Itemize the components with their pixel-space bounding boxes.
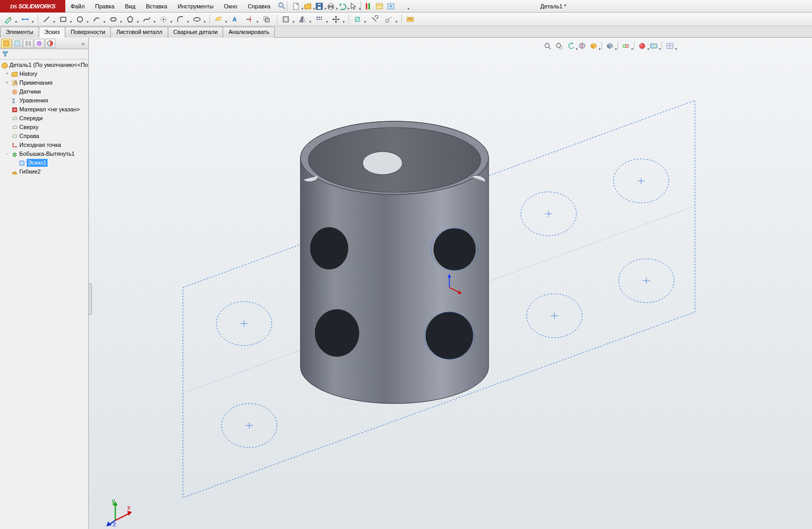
menu-edit[interactable]: Правка	[90, 1, 120, 12]
svg-point-119	[426, 312, 473, 359]
text-button[interactable]: A	[229, 14, 241, 25]
select-button[interactable]	[348, 1, 359, 12]
line-button[interactable]	[40, 14, 53, 25]
svg-text:Σ: Σ	[12, 98, 16, 104]
menu-window[interactable]: Окно	[219, 1, 243, 12]
sketch-icon	[18, 159, 26, 167]
svg-rect-36	[284, 18, 287, 21]
spline-button[interactable]	[141, 14, 153, 25]
menu-tools[interactable]: Инструменты	[172, 1, 219, 12]
tree-item-right-plane[interactable]: Справа	[0, 132, 88, 141]
undo-button[interactable]	[337, 1, 348, 12]
tab-surfaces[interactable]: Поверхности	[65, 27, 111, 38]
svg-rect-76	[13, 173, 17, 174]
configuration-manager-tab[interactable]	[23, 39, 33, 48]
tree-item-material[interactable]: Материал <не указан>	[0, 105, 88, 114]
ellipse-button[interactable]	[191, 14, 203, 25]
offset-entities-button[interactable]	[280, 14, 292, 25]
rebuild-button[interactable]	[362, 1, 374, 12]
dimxpert-tab[interactable]	[34, 39, 44, 48]
tree-item-annotations[interactable]: +AПримечания	[0, 78, 88, 87]
tab-weldments[interactable]: Сварные детали	[168, 27, 224, 38]
property-manager-tab[interactable]	[12, 39, 22, 48]
separator	[210, 14, 210, 25]
svg-point-44	[319, 18, 320, 20]
tree-item-history[interactable]: +History	[0, 70, 88, 78]
orientation-triad[interactable]: y x z	[105, 498, 130, 523]
origin-icon	[11, 142, 18, 149]
note-icon: A	[11, 79, 18, 87]
plane-icon	[11, 115, 18, 122]
print-button[interactable]	[325, 1, 337, 12]
tree-item-flex[interactable]: Гибкие2	[0, 167, 88, 176]
move-entities-button[interactable]	[330, 14, 342, 25]
svg-point-116	[434, 228, 475, 270]
more-button[interactable]	[397, 1, 408, 12]
tree-item-sensors[interactable]: Датчики	[0, 87, 88, 96]
tab-elements[interactable]: Элементы	[0, 27, 39, 38]
svg-rect-8	[329, 4, 332, 6]
svg-marker-20	[27, 18, 29, 20]
linear-pattern-button[interactable]	[313, 14, 326, 25]
open-document-button[interactable]	[302, 1, 314, 12]
menu-view[interactable]: Вид	[120, 1, 141, 12]
tree-item-sketch1[interactable]: Эскиз1	[0, 158, 88, 167]
plane-button[interactable]	[212, 14, 225, 25]
svg-point-23	[77, 17, 83, 22]
convert-entities-button[interactable]	[260, 14, 273, 25]
sketch-button[interactable]	[2, 14, 15, 25]
tab-sketch[interactable]: Эскиз	[39, 27, 65, 38]
svg-marker-74	[16, 146, 18, 147]
tree-item-front-plane[interactable]: Спереди	[0, 114, 88, 123]
filter-icon[interactable]	[2, 51, 8, 58]
svg-point-115	[310, 227, 348, 269]
tree-item-extrude[interactable]: -Бобышка-Вытянуть1	[0, 150, 88, 158]
expand-panel-button[interactable]: »	[79, 40, 87, 47]
svg-point-26	[163, 18, 165, 20]
rapid-sketch-button[interactable]	[404, 14, 416, 25]
circle-button[interactable]	[74, 14, 86, 25]
menu-insert[interactable]: Вставка	[141, 1, 172, 12]
tree-item-origin[interactable]: Исходная точка	[0, 141, 88, 150]
settings-button[interactable]	[385, 1, 397, 12]
menu-help[interactable]: Справка	[242, 1, 275, 12]
search-icon[interactable]	[277, 2, 286, 11]
feature-manager-tab[interactable]	[1, 39, 11, 48]
new-document-button[interactable]	[291, 1, 302, 12]
slot-button[interactable]	[107, 14, 120, 25]
plane-icon	[11, 133, 18, 140]
svg-point-114	[363, 152, 402, 175]
quick-snaps-button[interactable]	[382, 14, 395, 25]
display-relations-button[interactable]	[351, 14, 364, 25]
tab-analyze[interactable]: Анализировать	[223, 27, 275, 38]
svg-rect-57	[4, 41, 9, 46]
point-button[interactable]	[157, 14, 170, 25]
svg-rect-5	[318, 7, 321, 9]
svg-line-21	[44, 17, 49, 22]
arc-button[interactable]	[90, 14, 103, 25]
graphics-viewport[interactable]: y x z	[89, 38, 812, 529]
tree-item-equations[interactable]: ΣУравнения	[0, 96, 88, 105]
smart-dimension-button[interactable]	[19, 14, 31, 25]
polygon-button[interactable]	[124, 14, 136, 25]
menu-file[interactable]: Файл	[65, 1, 90, 12]
rectangle-button[interactable]	[57, 14, 69, 25]
quick-access-toolbar	[291, 1, 408, 12]
svg-point-43	[317, 18, 318, 20]
fillet-button[interactable]	[174, 14, 187, 25]
tree-root[interactable]: Деталь1 (По умолчанию<<По	[0, 61, 88, 70]
save-button[interactable]	[314, 1, 325, 12]
mirror-button[interactable]	[296, 14, 309, 25]
display-manager-tab[interactable]	[45, 39, 55, 48]
feature-tree[interactable]: Деталь1 (По умолчанию<<По +History +AПри…	[0, 60, 88, 529]
filter-row	[0, 49, 88, 60]
part-icon	[1, 62, 8, 69]
options-button[interactable]	[374, 1, 385, 12]
flex-icon	[11, 168, 18, 176]
tree-item-top-plane[interactable]: Сверху	[0, 123, 88, 132]
repair-sketch-button[interactable]	[368, 14, 380, 25]
tab-sheetmetal[interactable]: Листовой металл	[110, 27, 168, 38]
separator	[38, 14, 38, 25]
trim-button[interactable]	[243, 14, 256, 25]
svg-point-0	[279, 3, 283, 7]
